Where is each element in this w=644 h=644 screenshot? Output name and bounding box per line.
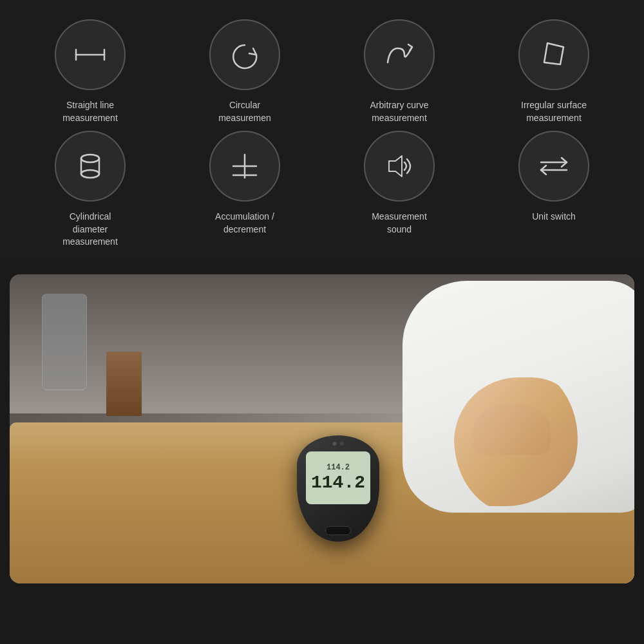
svg-marker-11	[389, 156, 402, 176]
unit-switch-label: Unit switch	[532, 211, 576, 223]
straight-line-label: Straight line measurement	[62, 99, 118, 124]
indicator-dot-2	[340, 442, 344, 446]
circular-label: Circular measuremen	[218, 99, 271, 124]
feature-arbitrary-curve: Arbitrary curve measurement	[322, 19, 477, 124]
features-section: Straight line measurement Circular measu…	[0, 0, 644, 261]
screen-main-number: 114.2	[311, 474, 365, 492]
scene-background: 114.2 114.2	[10, 274, 634, 583]
straight-line-icon	[71, 35, 109, 74]
feature-irregular-surface: Irregular surface measurement	[477, 19, 631, 124]
cylindrical-icon-circle	[55, 131, 126, 202]
circular-icon-circle	[209, 19, 280, 90]
icons-grid: Straight line measurement Circular measu…	[13, 19, 631, 249]
straight-line-icon-circle	[55, 19, 126, 90]
cylindrical-label: Cylindrical diameter measurement	[62, 211, 118, 249]
cylindrical-icon	[71, 147, 109, 185]
sound-icon	[380, 147, 419, 185]
accumulation-icon-circle	[209, 131, 280, 202]
device-container: 114.2 114.2	[297, 435, 381, 545]
device-body: 114.2 114.2	[297, 435, 379, 542]
svg-point-4	[81, 155, 99, 162]
fingers	[473, 403, 551, 455]
product-photo-section: 114.2 114.2	[10, 274, 634, 583]
accumulation-icon	[225, 147, 264, 185]
arbitrary-curve-icon	[380, 35, 419, 74]
screen-top-number: 114.2	[327, 463, 350, 472]
irregular-surface-icon	[535, 35, 573, 74]
irregular-surface-label: Irregular surface measurement	[521, 99, 587, 124]
arbitrary-curve-label: Arbitrary curve measurement	[370, 99, 428, 124]
bg-box	[106, 352, 142, 416]
photo-container: 114.2 114.2	[10, 274, 634, 583]
arbitrary-curve-icon-circle	[364, 19, 435, 90]
accumulation-label: Accumulation / decrement	[215, 211, 274, 236]
feature-cylindrical: Cylindrical diameter measurement	[13, 131, 167, 249]
device-wheel	[325, 526, 351, 535]
bg-vase	[42, 294, 87, 390]
unit-switch-icon-circle	[518, 131, 589, 202]
feature-straight-line: Straight line measurement	[13, 19, 167, 124]
feature-circular: Circular measuremen	[167, 19, 322, 124]
svg-marker-3	[544, 43, 564, 64]
sound-icon-circle	[364, 131, 435, 202]
circular-icon	[225, 35, 264, 74]
device-indicators	[333, 442, 344, 446]
feature-unit-switch: Unit switch	[477, 131, 631, 249]
feature-accumulation: Accumulation / decrement	[167, 131, 322, 249]
sound-label: Measurement sound	[372, 211, 427, 236]
unit-switch-icon	[535, 147, 573, 185]
indicator-dot-1	[333, 442, 337, 446]
svg-point-7	[81, 170, 99, 178]
irregular-surface-icon-circle	[518, 19, 589, 90]
device-screen: 114.2 114.2	[306, 451, 370, 504]
feature-sound: Measurement sound	[322, 131, 477, 249]
